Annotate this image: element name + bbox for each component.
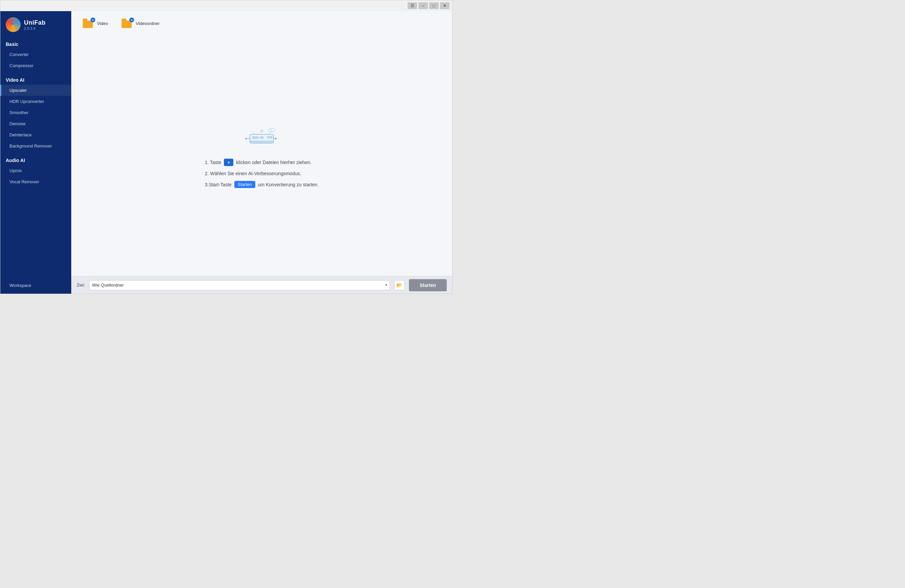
sidebar-item-upmix[interactable]: Upmix <box>0 165 71 176</box>
instructions: 1. Taste + klicken oder Dateien hierher … <box>205 158 318 188</box>
step3-suffix: um Konvertierung zu starten. <box>258 182 319 187</box>
step3-text: 3.Start-Taste <box>205 182 231 187</box>
svg-point-10 <box>268 129 272 132</box>
step1-text: 1. Taste <box>205 160 221 165</box>
drop-area[interactable]: ● ● 1. Taste + klicken oder Dateien hier… <box>71 35 452 276</box>
app-logo: UniFab 2.0.3.4 <box>0 11 71 38</box>
sidebar-item-compressor[interactable]: Compressor <box>0 60 71 71</box>
section-audio-ai: Audio AI <box>0 154 71 165</box>
add-folder-label: Videoordner <box>136 21 160 26</box>
instruction-step1: 1. Taste + klicken oder Dateien hierher … <box>205 158 318 166</box>
sidebar-item-hdr-upconverter[interactable]: HDR Upconverter <box>0 96 71 107</box>
step1-suffix: klicken oder Dateien hierher ziehen. <box>236 160 311 165</box>
add-video-label: Video <box>97 21 108 26</box>
sidebar-item-denoise[interactable]: Denoise <box>0 118 71 129</box>
svg-text:●: ● <box>245 136 247 141</box>
svg-line-7 <box>252 131 254 134</box>
svg-point-4 <box>270 136 272 138</box>
drop-illustration: ● ● <box>241 124 282 151</box>
start-badge: Starten <box>234 181 255 188</box>
section-basic: Basic <box>0 38 71 49</box>
add-folder-button[interactable]: + Videoordner <box>117 16 164 31</box>
add-video-button[interactable]: + Video <box>78 16 113 31</box>
path-select[interactable]: Wie Quellordner <box>89 280 390 290</box>
app-version: 2.0.3.4 <box>24 26 46 30</box>
logo-icon <box>6 17 21 32</box>
svg-point-6 <box>261 130 263 132</box>
sidebar-item-background-remover[interactable]: Background Remover <box>0 140 71 152</box>
svg-rect-1 <box>252 137 258 138</box>
sidebar-item-upscaler[interactable]: Upscaler <box>0 85 71 96</box>
svg-rect-2 <box>260 137 264 138</box>
minimize-button[interactable]: – <box>418 2 428 9</box>
sidebar-item-smoother[interactable]: Smoother <box>0 107 71 118</box>
app-name: UniFab <box>24 19 46 26</box>
bottombar: Ziel: Wie Quellordner 📂 Starten <box>71 276 452 294</box>
instruction-step3: 3.Start-Taste Starten um Konvertierung z… <box>205 181 318 188</box>
sidebar-item-deinterlace[interactable]: Deinterlace <box>0 129 71 140</box>
ziel-label: Ziel: <box>77 282 85 288</box>
titlebar: ☰ – □ ✕ <box>0 0 452 11</box>
restore-button[interactable]: □ <box>429 2 439 9</box>
svg-text:●: ● <box>275 136 277 141</box>
video-folder-icon2: + <box>122 19 133 28</box>
sidebar-item-converter[interactable]: Converter <box>0 49 71 60</box>
svg-point-3 <box>267 136 270 138</box>
add-icon: + <box>224 158 233 166</box>
step2-text: 2. Wählen Sie einen AI-Verbesserungsmodu… <box>205 171 301 176</box>
sidebar-item-workspace[interactable]: Workspace <box>0 280 71 291</box>
close-button[interactable]: ✕ <box>440 2 449 9</box>
instruction-step2: 2. Wählen Sie einen AI-Verbesserungsmodu… <box>205 171 318 176</box>
open-folder-button[interactable]: 📂 <box>394 280 405 290</box>
menu-button[interactable]: ☰ <box>408 2 417 9</box>
sidebar: UniFab 2.0.3.4 Basic Converter Compresso… <box>0 11 71 294</box>
content-area: + Video + Videoordner <box>71 11 452 294</box>
section-video-ai: Video AI <box>0 74 71 85</box>
video-folder-icon: + <box>83 19 94 28</box>
sidebar-item-vocal-remover[interactable]: Vocal Remover <box>0 176 71 187</box>
svg-rect-5 <box>250 141 273 143</box>
path-select-wrap: Wie Quellordner <box>89 280 390 290</box>
start-button[interactable]: Starten <box>409 279 447 291</box>
toolbar: + Video + Videoordner <box>71 11 452 35</box>
folder-open-icon: 📂 <box>397 282 402 288</box>
